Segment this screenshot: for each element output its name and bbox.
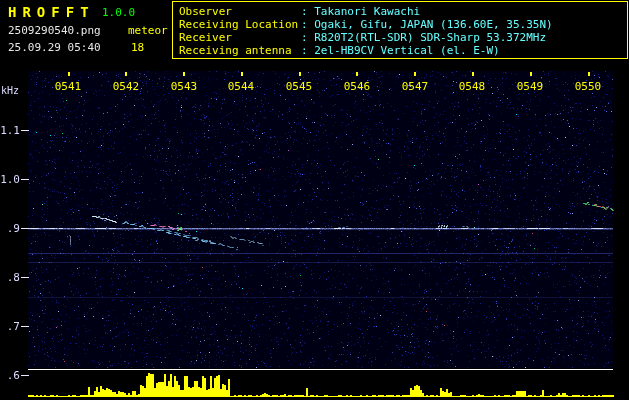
freq-label: .9 <box>0 222 20 235</box>
echo-count-label: 18 <box>131 41 144 54</box>
mode-label: meteor <box>128 24 168 37</box>
time-label: 0546 <box>343 80 371 93</box>
info-value: : 2el-HB9CV Vertical (el. E-W) <box>301 44 500 57</box>
freq-label: .8 <box>0 271 20 284</box>
freq-label: .7 <box>0 320 20 333</box>
khz-unit-label: kHz <box>1 85 19 96</box>
time-label: 0543 <box>170 80 198 93</box>
freq-label: .6 <box>0 369 20 382</box>
info-label: Receiver <box>179 31 301 44</box>
app-title: HROFFT <box>8 4 95 20</box>
info-row: Receiving antenna: 2el-HB9CV Vertical (e… <box>179 44 627 57</box>
info-label: Receiving Location <box>179 18 301 31</box>
time-label: 0550 <box>574 80 602 93</box>
hrofft-window: HROFFT 1.0.0 2509290540.png meteor 25.09… <box>0 0 629 400</box>
info-row: Observer: Takanori Kawachi <box>179 5 627 18</box>
time-label: 0548 <box>458 80 486 93</box>
info-value: : Takanori Kawachi <box>301 5 420 18</box>
time-label: 0547 <box>401 80 429 93</box>
observer-info-box: Observer: Takanori Kawachi Receiving Loc… <box>172 1 628 59</box>
freq-label: 1.1 <box>0 124 20 137</box>
time-label: 0545 <box>285 80 313 93</box>
app-version: 1.0.0 <box>102 6 135 19</box>
spectrogram-canvas <box>0 0 629 400</box>
info-value: : Ogaki, Gifu, JAPAN (136.60E, 35.35N) <box>301 18 553 31</box>
filename-label: 2509290540.png <box>8 24 101 37</box>
time-label: 0541 <box>54 80 82 93</box>
info-label: Observer <box>179 5 301 18</box>
time-label: 0542 <box>112 80 140 93</box>
time-label: 0549 <box>516 80 544 93</box>
time-label: 0544 <box>227 80 255 93</box>
info-value: : R820T2(RTL-SDR) SDR-Sharp 53.372MHz <box>301 31 546 44</box>
info-row: Receiving Location: Ogaki, Gifu, JAPAN (… <box>179 18 627 31</box>
datetime-label: 25.09.29 05:40 <box>8 41 101 54</box>
freq-label: 1.0 <box>0 173 20 186</box>
info-label: Receiving antenna <box>179 44 301 57</box>
info-row: Receiver: R820T2(RTL-SDR) SDR-Sharp 53.3… <box>179 31 627 44</box>
